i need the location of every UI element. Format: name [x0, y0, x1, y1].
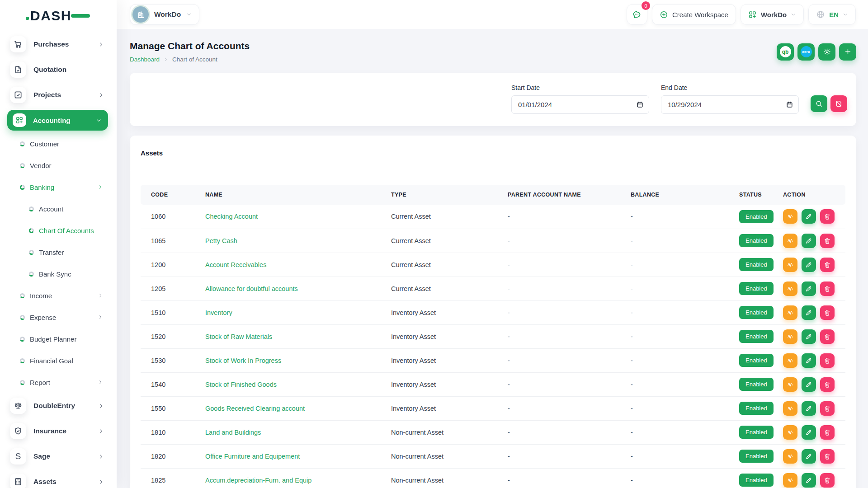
account-name-link[interactable]: Goods Received Clearing account	[205, 405, 305, 412]
sidebar-item-financial-goal[interactable]: Financial Goal	[0, 350, 117, 371]
status-badge[interactable]: Enabled	[739, 210, 774, 223]
delete-button[interactable]	[820, 305, 835, 320]
edit-button[interactable]	[802, 305, 816, 320]
sidebar-item-sage[interactable]: SSage	[0, 444, 117, 469]
journal-entry-button[interactable]	[783, 305, 797, 320]
table-row: 1550Goods Received Clearing accountInven…	[141, 396, 845, 420]
delete-button[interactable]	[820, 449, 835, 464]
delete-button[interactable]	[820, 473, 835, 488]
reset-filter-button[interactable]	[830, 95, 847, 112]
end-date-input[interactable]	[661, 95, 799, 114]
messages-button[interactable]: 0	[627, 4, 647, 25]
sidebar-item-income[interactable]: Income	[0, 285, 117, 306]
calendar-icon[interactable]	[786, 101, 793, 108]
account-name-link[interactable]: Allowance for doubtful accounts	[205, 285, 298, 292]
bullet-icon	[20, 185, 25, 190]
delete-button[interactable]	[820, 258, 835, 272]
sidebar-item-accounting[interactable]: Accounting	[7, 110, 108, 131]
settings-button[interactable]	[818, 43, 835, 61]
journal-entry-button[interactable]	[783, 353, 797, 368]
sidebar-item-projects[interactable]: Projects	[0, 82, 117, 108]
status-badge[interactable]: Enabled	[739, 258, 774, 271]
sidebar-item-purchases[interactable]: Purchases	[0, 32, 117, 57]
sidebar-item-transfer[interactable]: Transfer	[0, 241, 117, 263]
sidebar-item-report[interactable]: Report	[0, 371, 117, 393]
delete-button[interactable]	[820, 377, 835, 392]
journal-entry-button[interactable]	[783, 282, 797, 296]
status-badge[interactable]: Enabled	[739, 306, 774, 319]
journal-entry-button[interactable]	[783, 377, 797, 392]
journal-entry-button[interactable]	[783, 473, 797, 488]
edit-button[interactable]	[802, 377, 816, 392]
status-badge[interactable]: Enabled	[739, 402, 774, 415]
xero-export-button[interactable]: xero	[797, 43, 815, 61]
account-name-link[interactable]: Land and Buildings	[205, 429, 261, 436]
edit-button[interactable]	[802, 282, 816, 296]
sidebar-item-vendor[interactable]: Vendor	[0, 155, 117, 176]
account-name-link[interactable]: Inventory	[205, 309, 232, 316]
status-badge[interactable]: Enabled	[739, 234, 774, 247]
create-workspace-button[interactable]: Create Workspace	[652, 4, 736, 25]
workspace-menu-button[interactable]: WorkDo	[741, 4, 804, 25]
sidebar-item-quotation[interactable]: Quotation	[0, 57, 117, 82]
journal-entry-button[interactable]	[783, 425, 797, 440]
sidebar-item-expense[interactable]: Expense	[0, 306, 117, 328]
account-name-link[interactable]: Stock of Work In Progress	[205, 357, 281, 364]
language-button[interactable]: EN	[808, 4, 856, 25]
sidebar-item-chart-of-accounts[interactable]: Chart Of Accounts	[0, 220, 117, 241]
sidebar-item-banking[interactable]: Banking	[0, 176, 117, 198]
apply-filter-button[interactable]	[811, 95, 827, 112]
edit-button[interactable]	[802, 449, 816, 464]
app-logo[interactable]: DASH	[0, 0, 117, 32]
status-badge[interactable]: Enabled	[739, 474, 774, 487]
sidebar-item-customer[interactable]: Customer	[0, 133, 117, 155]
status-badge[interactable]: Enabled	[739, 426, 774, 439]
account-name-link[interactable]: Checking Account	[205, 213, 258, 220]
cell-parent-account: -	[508, 277, 631, 300]
edit-button[interactable]	[802, 209, 816, 224]
edit-button[interactable]	[802, 401, 816, 416]
journal-entry-button[interactable]	[783, 449, 797, 464]
delete-button[interactable]	[820, 425, 835, 440]
delete-button[interactable]	[820, 329, 835, 344]
edit-button[interactable]	[802, 473, 816, 488]
account-name-link[interactable]: Accum.depreciation-Furn. and Equip	[205, 477, 311, 484]
account-name-link[interactable]: Stock of Raw Materials	[205, 333, 272, 340]
status-badge[interactable]: Enabled	[739, 282, 774, 295]
status-badge[interactable]: Enabled	[739, 330, 774, 343]
quickbooks-export-button[interactable]: qb	[777, 43, 794, 61]
sidebar-item-bank-sync[interactable]: Bank Sync	[0, 263, 117, 285]
status-badge[interactable]: Enabled	[739, 378, 774, 391]
account-name-link[interactable]: Office Furniture and Equipement	[205, 453, 300, 460]
edit-button[interactable]	[802, 353, 816, 368]
status-badge[interactable]: Enabled	[739, 450, 774, 463]
add-account-button[interactable]	[839, 43, 856, 61]
account-name-link[interactable]: Petty Cash	[205, 237, 237, 244]
delete-button[interactable]	[820, 282, 835, 296]
delete-button[interactable]	[820, 401, 835, 416]
sidebar-item-budget-planner[interactable]: Budget Planner	[0, 328, 117, 350]
journal-entry-button[interactable]	[783, 329, 797, 344]
workspace-switcher[interactable]: WorkDo	[130, 4, 199, 25]
edit-button[interactable]	[802, 425, 816, 440]
journal-entry-button[interactable]	[783, 209, 797, 224]
edit-button[interactable]	[802, 234, 816, 248]
delete-button[interactable]	[820, 209, 835, 224]
sidebar-item-assets[interactable]: Assets	[0, 469, 117, 488]
status-badge[interactable]: Enabled	[739, 354, 774, 367]
sidebar-item-insurance[interactable]: Insurance	[0, 418, 117, 444]
start-date-input[interactable]	[511, 95, 649, 114]
edit-button[interactable]	[802, 329, 816, 344]
journal-entry-button[interactable]	[783, 258, 797, 272]
delete-button[interactable]	[820, 353, 835, 368]
journal-entry-button[interactable]	[783, 234, 797, 248]
delete-button[interactable]	[820, 234, 835, 248]
breadcrumb-dashboard-link[interactable]: Dashboard	[130, 56, 160, 63]
calendar-icon[interactable]	[636, 101, 644, 108]
edit-button[interactable]	[802, 258, 816, 272]
sidebar-item-doubleentry[interactable]: DoubleEntry	[0, 393, 117, 418]
account-name-link[interactable]: Stock of Finished Goods	[205, 381, 277, 388]
journal-entry-button[interactable]	[783, 401, 797, 416]
account-name-link[interactable]: Account Receivables	[205, 261, 266, 268]
sidebar-item-account[interactable]: Account	[0, 198, 117, 220]
